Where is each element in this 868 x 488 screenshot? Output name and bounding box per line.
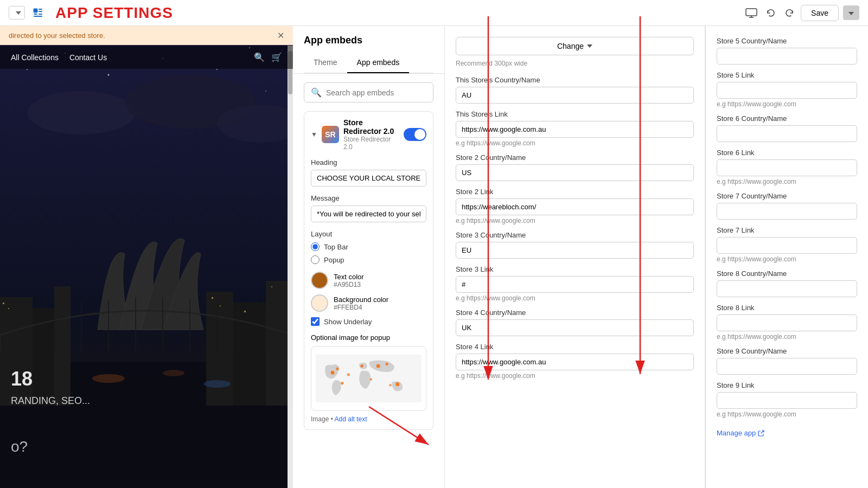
far-field-label-6: Store 8 Country/Name <box>717 269 857 278</box>
svg-point-14 <box>216 69 218 70</box>
far-field-input-8[interactable] <box>717 358 857 375</box>
svg-rect-1 <box>39 9 42 10</box>
settings-tabs: Theme App embeds <box>304 53 433 73</box>
store-field-input-2[interactable] <box>456 164 694 181</box>
main-content: directed to your selected store. ✕ <box>0 26 868 488</box>
text-color-swatch[interactable] <box>311 272 328 289</box>
store-field-group-5: Store 3 Linke.g https://www.google.com <box>456 265 694 302</box>
svg-point-56 <box>347 373 350 376</box>
store-field-input-4[interactable] <box>456 242 694 259</box>
far-field-label-9: Store 9 Link <box>717 381 857 389</box>
store-field-group-2: Store 2 Country/Name <box>456 153 694 181</box>
far-field-input-7[interactable] <box>717 314 857 331</box>
add-alt-text-link[interactable]: Add alt text <box>335 415 367 423</box>
heading-input[interactable] <box>311 170 426 187</box>
view-select[interactable] <box>9 6 25 20</box>
store-field-input-0[interactable] <box>456 87 694 104</box>
far-field-input-2[interactable] <box>717 125 857 142</box>
far-field-group-9: Store 9 Linke.g https://www.google.com <box>717 381 857 418</box>
svg-rect-46 <box>271 286 272 287</box>
nav-link-contact[interactable]: Contact Us <box>69 53 107 62</box>
svg-point-53 <box>386 363 388 365</box>
city-background <box>0 26 293 488</box>
bg-color-value: #FFEBD4 <box>334 304 426 311</box>
settings-panel-title: App embeds <box>304 35 433 46</box>
bg-color-item: Background color #FFEBD4 <box>311 294 426 312</box>
world-map-svg <box>316 351 422 406</box>
far-field-input-4[interactable] <box>717 203 857 220</box>
far-field-input-0[interactable] <box>717 48 857 65</box>
svg-rect-0 <box>34 9 37 12</box>
far-field-input-5[interactable] <box>717 237 857 254</box>
save-button[interactable]: Save <box>801 5 839 21</box>
change-button[interactable]: Change <box>456 37 694 55</box>
preview-close-btn[interactable]: ✕ <box>277 30 284 41</box>
embed-toggle[interactable] <box>404 128 426 141</box>
external-link-icon <box>758 430 764 436</box>
desktop-icon <box>745 8 757 18</box>
store-field-hint-7: e.g https://www.google.com <box>456 372 694 380</box>
far-field-input-3[interactable] <box>717 159 857 176</box>
far-field-input-1[interactable] <box>717 82 857 99</box>
embed-title: Store Redirector 2.0 <box>343 118 399 136</box>
image-preview-box <box>311 346 426 411</box>
heading-field-group: Heading <box>311 158 426 187</box>
svg-point-51 <box>360 364 363 367</box>
search-nav-icon[interactable]: 🔍 <box>254 52 265 62</box>
far-field-hint-5: e.g https://www.google.com <box>717 255 857 263</box>
svg-point-38 <box>92 374 125 383</box>
svg-point-16 <box>265 91 266 92</box>
tab-theme[interactable]: Theme <box>304 53 347 73</box>
radio-top-bar[interactable]: Top Bar <box>311 242 426 251</box>
store-field-input-1[interactable] <box>456 121 694 138</box>
store-field-input-5[interactable] <box>456 276 694 293</box>
svg-point-48 <box>330 371 334 375</box>
cart-nav-icon[interactable]: 🛒 <box>271 52 282 62</box>
preview-scrollbar[interactable] <box>288 46 293 488</box>
store-field-hint-3: e.g https://www.google.com <box>456 217 694 224</box>
search-embeds-input[interactable] <box>326 88 426 97</box>
desktop-icon-btn[interactable] <box>743 6 760 20</box>
store-field-label-5: Store 3 Link <box>456 265 694 273</box>
show-underlay-checkbox[interactable] <box>311 317 320 326</box>
svg-rect-44 <box>220 305 221 306</box>
store-field-input-6[interactable] <box>456 319 694 336</box>
embed-subtitle: Store Redirector 2.0 <box>343 136 399 151</box>
far-fields-container: Store 5 Country/NameStore 5 Linke.g http… <box>717 37 857 418</box>
store-field-input-3[interactable] <box>456 198 694 215</box>
bg-color-swatch[interactable] <box>311 294 328 312</box>
embed-icon: SR <box>322 126 339 143</box>
embed-collapse-btn[interactable]: ▼ <box>311 131 317 138</box>
manage-app-link[interactable]: Manage app <box>717 429 764 437</box>
radio-popup[interactable]: Popup <box>311 255 426 264</box>
radio-popup-input[interactable] <box>311 255 320 264</box>
store-field-label-4: Store 3 Country/Name <box>456 231 694 239</box>
preview-top-bar-text: directed to your selected store. <box>9 31 105 40</box>
far-field-label-5: Store 7 Link <box>717 226 857 234</box>
store-field-label-2: Store 2 Country/Name <box>456 153 694 162</box>
store-field-input-7[interactable] <box>456 354 694 370</box>
bg-color-info: Background color #FFEBD4 <box>334 296 426 311</box>
far-field-input-9[interactable] <box>717 392 857 409</box>
far-field-label-7: Store 8 Link <box>717 304 857 312</box>
text-color-item: Text color #A95D13 <box>311 272 426 289</box>
far-field-group-2: Store 6 Country/Name <box>717 114 857 142</box>
store-recommend-text: Recommend 300px wide <box>456 60 694 67</box>
far-field-label-2: Store 6 Country/Name <box>717 114 857 123</box>
svg-point-50 <box>341 382 343 384</box>
radio-top-bar-input[interactable] <box>311 242 320 251</box>
svg-rect-5 <box>34 16 42 17</box>
far-field-input-6[interactable] <box>717 280 857 297</box>
nav-link-collections[interactable]: All Collections <box>11 53 59 62</box>
svg-rect-43 <box>212 297 213 299</box>
mode-button[interactable] <box>843 5 859 20</box>
redo-btn[interactable] <box>782 6 796 20</box>
undo-icon <box>766 8 776 18</box>
tab-app-embeds[interactable]: App embeds <box>347 53 410 73</box>
undo-btn[interactable] <box>764 6 778 20</box>
preview-question-text: o? <box>11 438 28 455</box>
preview-top-bar: directed to your selected store. ✕ <box>0 26 293 45</box>
message-input[interactable] <box>311 206 426 222</box>
grid-icon-btn[interactable] <box>30 5 46 21</box>
toolbar-right: Save <box>743 5 859 21</box>
